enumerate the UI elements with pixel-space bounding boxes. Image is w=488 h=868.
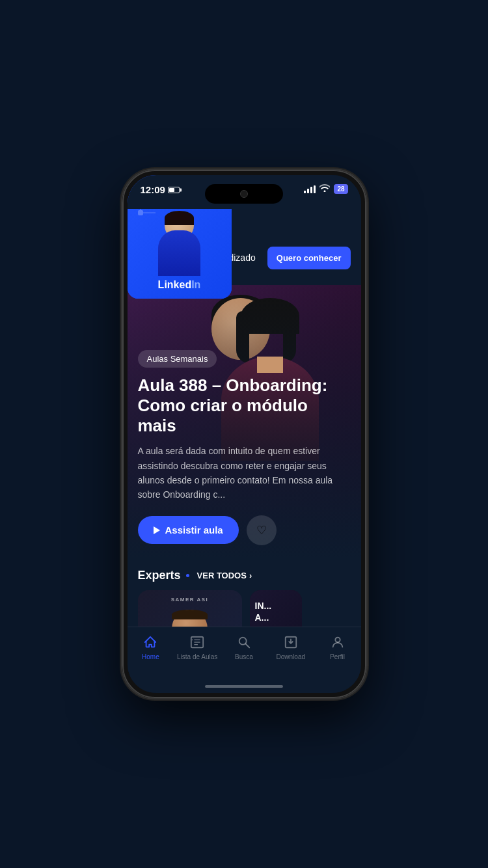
hero-description: A aula será dada com intuito de quem est…	[138, 444, 351, 502]
perfil-icon	[329, 634, 346, 651]
tab-download-label: Download	[277, 653, 305, 660]
samer-photo	[159, 610, 221, 627]
svg-point-16	[335, 638, 340, 642]
home-bar	[205, 685, 283, 688]
svg-point-13	[239, 638, 247, 645]
tab-lista-label: Lista de Aulas	[177, 653, 217, 660]
quero-conhecer-button[interactable]: Quero conhecer	[267, 247, 351, 269]
tab-perfil-label: Perfil	[330, 653, 345, 660]
expert-name-samer: SAMER ASI	[138, 597, 242, 603]
busca-icon	[236, 634, 252, 651]
watch-button[interactable]: Assistir aula	[138, 516, 239, 544]
tag-badge: Aulas Semanais	[138, 350, 217, 368]
see-all-link[interactable]: VER TODOS ›	[197, 571, 252, 580]
tab-home-label: Home	[142, 653, 159, 660]
hero-content: Aulas Semanais Aula 388 – Onboarding: Co…	[128, 350, 361, 545]
tab-busca[interactable]: Busca	[221, 634, 267, 660]
section-title: Experts	[138, 569, 181, 582]
download-icon	[282, 634, 299, 651]
signal-icon	[304, 185, 316, 193]
lista-icon	[189, 634, 206, 651]
svg-point-12	[192, 639, 193, 640]
partial-card-text: IN...A...	[255, 600, 272, 623]
status-bar: 12:09 28	[128, 175, 361, 209]
tab-bar: Home Lista de Aulas	[128, 627, 361, 680]
section-dot	[186, 574, 189, 577]
status-right: 28	[304, 184, 347, 194]
play-icon	[154, 526, 160, 534]
hero-section: Aulas Semanais Aula 388 – Onboarding: Co…	[128, 285, 361, 558]
tab-lista[interactable]: Lista de Aulas	[174, 634, 221, 660]
notch	[205, 184, 283, 204]
battery-icon	[168, 187, 180, 193]
status-time: 12:09	[141, 184, 180, 195]
svg-line-14	[246, 644, 250, 648]
chevron-right-icon: ›	[249, 571, 252, 580]
front-camera	[240, 190, 248, 198]
heart-icon: ♡	[256, 523, 267, 537]
tab-home[interactable]: Home	[128, 634, 174, 660]
clock: 12:09	[141, 184, 165, 195]
home-indicator	[128, 680, 361, 693]
see-all-label: VER TODOS	[197, 571, 247, 580]
tab-busca-label: Busca	[235, 653, 253, 660]
home-icon	[142, 634, 159, 651]
expert-card-partial[interactable]: IN...A...	[250, 590, 302, 627]
screen: 12:09 28	[128, 175, 361, 693]
experts-section: Experts VER TODOS ›	[128, 558, 361, 627]
hero-actions: Assistir aula ♡	[138, 515, 351, 545]
phone-shell: 12:09 28	[122, 170, 366, 698]
watch-label: Assistir aula	[165, 524, 223, 536]
content-area[interactable]: Tenha acesso a todo ecossistema de apren…	[128, 231, 361, 627]
expert-card-samer[interactable]: SAMER ASI ESCRITAPERSUASIVA	[138, 590, 242, 627]
hero-title: Aula 388 – Onboarding: Como criar o módu…	[138, 375, 351, 437]
tab-perfil[interactable]: Perfil	[314, 634, 361, 660]
section-header: Experts VER TODOS ›	[128, 558, 361, 590]
like-button[interactable]: ♡	[247, 515, 277, 545]
wifi-icon	[319, 184, 330, 194]
experts-scroll[interactable]: CAROL MARTINIS LinkedIn SAMER ASI	[128, 590, 361, 627]
battery-percent: 28	[334, 184, 347, 194]
tab-download[interactable]: Download	[267, 634, 314, 660]
